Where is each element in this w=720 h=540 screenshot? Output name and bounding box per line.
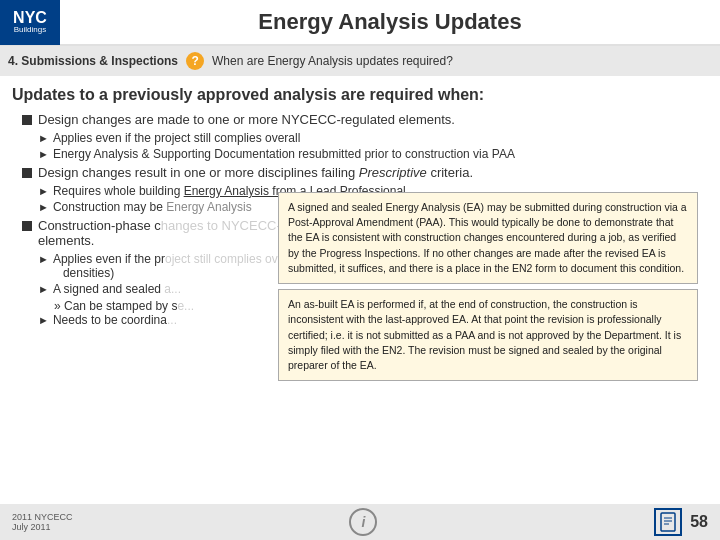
- svg-rect-0: [661, 513, 675, 531]
- arrow-icon: ►: [38, 314, 49, 326]
- bullet-text-1: Design changes are made to one or more N…: [38, 112, 708, 127]
- arrow-icon: ►: [38, 201, 49, 213]
- footer-month: July 2011: [12, 522, 73, 532]
- section-label: 4. Submissions & Inspections: [8, 54, 178, 68]
- info-icon[interactable]: i: [349, 508, 377, 536]
- logo-buildings: Buildings: [13, 26, 47, 34]
- tooltip-overlay: A signed and sealed Energy Analysis (EA)…: [278, 192, 698, 381]
- page-number: 58: [690, 513, 708, 531]
- main-title: Updates to a previously approved analysi…: [12, 86, 708, 104]
- sub-bullet-text-3-3: Needs to be coordina...: [53, 313, 177, 327]
- doc-icon[interactable]: [654, 508, 682, 536]
- tooltip-bottom-text: An as-built EA is performed if, at the e…: [288, 298, 681, 371]
- bullet-icon-1: [22, 115, 32, 125]
- tooltip-bottom: An as-built EA is performed if, at the e…: [278, 289, 698, 381]
- footer-center: i: [349, 508, 377, 536]
- sub-bullet-text-2-2: Construction may be Energy Analysis: [53, 200, 252, 214]
- arrow-icon: ►: [38, 253, 49, 265]
- sub-bullet-text-3-2: A signed and sealed a...: [53, 282, 181, 296]
- content-area: Design changes are made to one or more N…: [12, 112, 708, 327]
- sub-sub-bullet-text: » Can be stamped by se...: [54, 299, 194, 313]
- footer-year: 2011 NYCECC: [12, 512, 73, 522]
- question-text: When are Energy Analysis updates require…: [212, 54, 453, 68]
- arrow-icon: ►: [38, 283, 49, 295]
- sub-bullet-1-2: ► Energy Analysis & Supporting Documenta…: [38, 147, 708, 161]
- sub-bullet-text-1-2: Energy Analysis & Supporting Documentati…: [53, 147, 515, 161]
- arrow-icon: ►: [38, 148, 49, 160]
- tooltip-top: A signed and sealed Energy Analysis (EA)…: [278, 192, 698, 284]
- footer-left: 2011 NYCECC July 2011: [12, 512, 73, 532]
- sub-bullet-1-1: ► Applies even if the project still comp…: [38, 131, 708, 145]
- footer: 2011 NYCECC July 2011 i 58: [0, 504, 720, 540]
- header: NYC Buildings Energy Analysis Updates: [0, 0, 720, 46]
- question-icon: ?: [186, 52, 204, 70]
- sub-bullets-1: ► Applies even if the project still comp…: [38, 131, 708, 161]
- bullet-icon-3: [22, 221, 32, 231]
- main-content: Updates to a previously approved analysi…: [0, 76, 720, 337]
- bullet-item-2: Design changes result in one or more dis…: [22, 165, 708, 180]
- logo-nyc: NYC: [13, 10, 47, 26]
- sub-header: 4. Submissions & Inspections ? When are …: [0, 46, 720, 76]
- tooltip-top-text: A signed and sealed Energy Analysis (EA)…: [288, 201, 687, 274]
- bullet-item-1: Design changes are made to one or more N…: [22, 112, 708, 127]
- bullet-icon-2: [22, 168, 32, 178]
- arrow-icon: ►: [38, 132, 49, 144]
- footer-right: 58: [654, 508, 708, 536]
- logo-area: NYC Buildings: [0, 0, 60, 45]
- arrow-icon: ►: [38, 185, 49, 197]
- sub-bullet-text-1-1: Applies even if the project still compli…: [53, 131, 300, 145]
- page-title: Energy Analysis Updates: [60, 9, 720, 35]
- bullet-text-2: Design changes result in one or more dis…: [38, 165, 708, 180]
